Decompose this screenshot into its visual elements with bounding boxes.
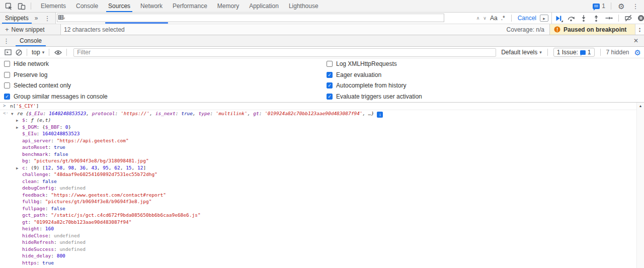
step-into-button[interactable] <box>578 13 589 23</box>
console-output[interactable]: >n['$_CIY']<·▼re {$_EIu: 1640248853523, … <box>0 103 644 268</box>
context-selector[interactable]: top ▾ <box>30 49 46 56</box>
console-line-text: benchmark: false <box>22 151 68 157</box>
console-sidebar-toggle-icon[interactable] <box>3 47 13 58</box>
debugger-controls <box>551 13 644 24</box>
chevron-down-icon: ▾ <box>539 50 542 55</box>
console-line-text: gct_path: "/static/js/gct.c4cd672f9bda08… <box>22 212 201 218</box>
tab-snippets[interactable]: Snippets <box>0 13 34 24</box>
console-settings-gear-icon[interactable]: ⚙ <box>634 49 641 56</box>
expand-arrow-icon[interactable]: ▶ <box>16 165 22 172</box>
expand-arrow-icon[interactable]: ▶ <box>16 117 22 124</box>
checkbox[interactable]: ✓ <box>327 82 333 88</box>
drawer-menu-icon[interactable]: ⋮ <box>3 37 10 45</box>
console-line: hideSuccess: undefined <box>0 246 644 253</box>
search-scope-icon[interactable]: ▶ <box>540 15 548 22</box>
match-case-button[interactable]: Aa <box>490 15 498 22</box>
checkbox-label: Autocomplete from history <box>336 82 406 89</box>
console-line-text: c: (9) [12, 58, 98, 36, 43, 95, 62, 15, … <box>22 165 146 170</box>
tab-memory[interactable]: Memory <box>212 0 244 12</box>
console-line: bg: "pictures/gt/b9694f3e8/bg/318098481.… <box>0 157 644 164</box>
step-button[interactable] <box>603 13 614 23</box>
console-toolbar: top ▾ Default levels ▾ 1 Issue: 1 7 hidd… <box>0 47 644 58</box>
filter-input[interactable] <box>73 48 496 57</box>
device-toolbar-icon[interactable] <box>15 1 28 12</box>
issues-label: 1 Issue: <box>557 49 578 56</box>
console-setting-row: Preserve log <box>4 69 108 80</box>
settings-gear-icon[interactable]: ⚙ <box>615 1 628 12</box>
console-scrollbar[interactable]: ▲ <box>636 103 644 268</box>
checkbox[interactable] <box>327 61 333 67</box>
console-line-text: api_server: "https://api.geetest.com" <box>22 138 129 143</box>
console-line-text: bg: "pictures/gt/b9694f3e8/bg/318098481.… <box>22 158 149 163</box>
sources-sidebar-header: Snippets » ⋮ <box>0 13 56 24</box>
console-line-text: hideSuccess: undefined <box>22 246 86 252</box>
scroll-up-icon[interactable]: ▲ <box>639 104 642 268</box>
tab-application[interactable]: Application <box>244 0 284 12</box>
issues-counter[interactable]: 1 Issue: 1 <box>553 48 595 57</box>
console-line: ▶c: (9) [12, 58, 98, 36, 43, 95, 62, 15,… <box>0 164 644 171</box>
search-field[interactable]: d <box>57 14 444 22</box>
console-line-text: fullpage: false <box>22 206 65 211</box>
live-expression-eye-icon[interactable] <box>52 47 64 58</box>
console-setting-row: Hide network <box>4 58 108 69</box>
collapse-arrow-icon[interactable]: ▼ <box>11 111 17 118</box>
deactivate-breakpoints-button[interactable] <box>623 13 634 23</box>
separator <box>618 15 619 22</box>
main-toolbar: ElementsConsoleSourcesNetworkPerformance… <box>0 0 644 13</box>
tab-console[interactable]: Console <box>71 0 103 12</box>
separator <box>511 15 512 22</box>
console-line: hideClose: undefined <box>0 232 644 239</box>
console-line: clean: false <box>0 178 644 185</box>
tab-sources[interactable]: Sources <box>103 0 135 12</box>
tab-elements[interactable]: Elements <box>36 0 71 12</box>
tab-console-drawer[interactable]: Console <box>14 35 48 46</box>
tab-performance[interactable]: Performance <box>168 0 212 12</box>
checkbox[interactable] <box>4 72 10 78</box>
new-snippet-button[interactable]: + New snippet <box>0 24 61 35</box>
console-line-text: fullbg: "pictures/gt/b9694f3e8/b9694f3e8… <box>22 199 151 204</box>
console-line: benchmark: false <box>0 151 644 158</box>
checkbox[interactable] <box>4 82 10 88</box>
close-icon[interactable]: ✕ <box>631 37 641 44</box>
console-line-text: https: true <box>22 260 54 265</box>
console-toolbar-right: Default levels ▾ 1 Issue: 1 7 hidden ⚙ <box>501 48 641 57</box>
paused-on-breakpoint-banner: Paused on breakpoint <box>549 24 635 35</box>
resume-script-button[interactable] <box>553 13 564 23</box>
expand-arrow-icon[interactable]: ▶ <box>16 124 22 131</box>
console-line-text: clean: false <box>22 178 57 184</box>
search-next-icon[interactable]: ∨ <box>483 16 487 21</box>
log-levels-dropdown[interactable]: Default levels ▾ <box>501 49 542 56</box>
sidebar-menu-icon[interactable]: ⋮ <box>44 15 50 22</box>
checkbox[interactable]: ✓ <box>4 94 10 100</box>
step-out-button[interactable] <box>591 13 602 23</box>
console-line: gt: "019924a82c70bb123aae90d483087f94" <box>0 219 644 226</box>
more-options-icon[interactable]: ⋮ <box>629 1 642 12</box>
checkbox[interactable]: ✓ <box>327 94 333 100</box>
sources-status-row: + New snippet 12 characters selected Cov… <box>0 24 644 35</box>
console-line-text: gt: "019924a82c70bb123aae90d483087f94" <box>22 219 131 225</box>
regex-button[interactable]: .* <box>501 15 505 22</box>
step-over-button[interactable] <box>566 13 577 23</box>
console-line-text: autoReset: true <box>22 144 65 150</box>
cancel-button[interactable]: Cancel <box>518 15 536 22</box>
console-line: fullbg: "pictures/gt/b9694f3e8/b9694f3e8… <box>0 198 644 205</box>
inspect-element-icon[interactable] <box>2 1 15 12</box>
feedback-icon[interactable]: 1 <box>591 1 607 12</box>
clear-console-icon[interactable] <box>13 47 24 58</box>
separator <box>611 3 611 10</box>
console-line: challenge: "48daaf9e60254169892d7531ec55… <box>0 171 644 178</box>
separator <box>547 49 548 56</box>
tab-network[interactable]: Network <box>135 0 168 12</box>
tab-lighthouse[interactable]: Lighthouse <box>284 0 324 12</box>
editor-area[interactable]: d ∧ ∨ Aa .* Cancel ▶ <box>56 13 551 24</box>
console-line: api_server: "https://api.geetest.com" <box>0 137 644 144</box>
pause-on-exceptions-button[interactable] <box>635 13 644 23</box>
checkbox[interactable]: ✓ <box>327 72 333 78</box>
console-line-text: $_EIu: 1640248853523 <box>22 131 79 136</box>
spin-down-icon[interactable]: ▾ <box>639 30 640 33</box>
checkbox-label: Preserve log <box>14 71 47 78</box>
more-tabs-icon[interactable]: » <box>35 15 38 22</box>
scroll-stepper[interactable]: ▴ ▾ <box>635 24 644 35</box>
search-prev-icon[interactable]: ∧ <box>476 16 480 21</box>
checkbox[interactable] <box>4 61 10 67</box>
